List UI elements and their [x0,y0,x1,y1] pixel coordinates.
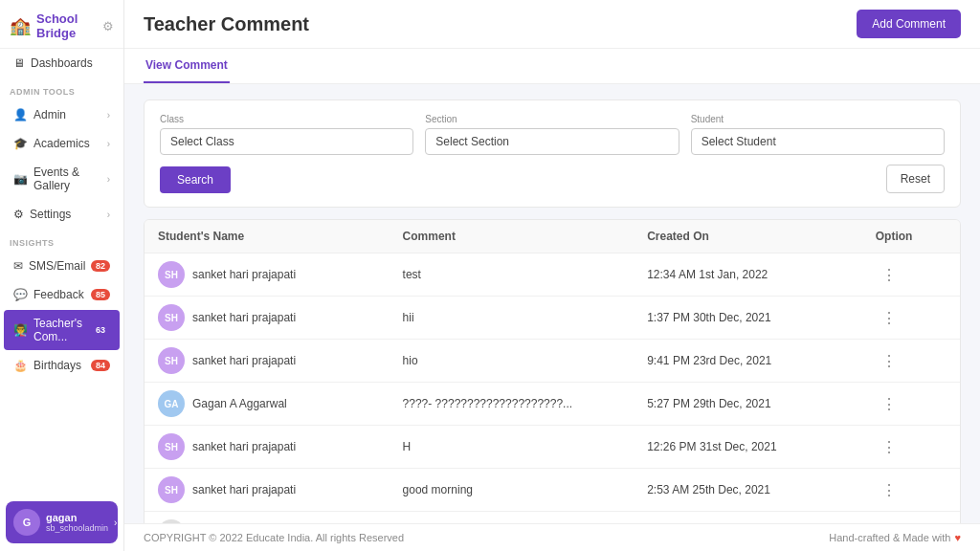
col-comment: Comment [390,220,635,253]
logo-icon: 🏫 [10,15,31,36]
class-label: Class [160,114,413,124]
cell-student-name: GA Gagan A Aggarwal [145,383,390,426]
sidebar-item-label: Academics [33,137,90,150]
sidebar: 🏫 School Bridge ⚙ 🖥 Dashboards ADMIN TOO… [0,0,124,551]
tab-view-comment[interactable]: View Comment [144,49,230,83]
events-icon: 📷 [13,172,28,186]
student-avatar: SH [158,304,185,331]
table-row: SH sanket hari prajapati test 12:34 AM 1… [145,253,960,297]
handcrafted-text: Hand-crafted & Made with [829,532,950,543]
student-select[interactable]: Select Student [691,128,945,155]
row-options-button[interactable]: ⋮ [876,307,902,329]
sidebar-item-dashboards[interactable]: 🖥 Dashboards [4,50,120,77]
cell-comment: test [390,253,635,297]
row-options-button[interactable]: ⋮ [876,479,902,501]
section-select[interactable]: Select Section [425,128,679,155]
admin-section-label: ADMIN TOOLS [0,77,123,100]
sidebar-item-academics[interactable]: 🎓 Academics › [4,130,120,157]
settings-nav-icon: ⚙ [13,208,24,221]
admin-icon: 👤 [13,108,28,121]
cell-option: ⋮ [862,253,960,297]
academics-icon: 🎓 [13,137,28,150]
sidebar-item-sms[interactable]: ✉ SMS/Email 82 [4,253,120,279]
row-options-button[interactable]: ⋮ [876,264,902,286]
chevron-right-icon: › [107,209,110,220]
user-name: gagan [46,512,108,523]
col-student-name: Student's Name [145,220,390,253]
sidebar-item-settings[interactable]: ⚙ Settings › [4,201,120,228]
sidebar-item-label: Birthdays [33,359,81,372]
cell-created-on: 1:37 PM 30th Dec, 2021 [634,297,862,340]
comments-table-card: Student's Name Comment Created On Option… [144,219,961,523]
cell-comment: hio [390,340,635,383]
cell-created-on: 12:04 PM 8th Jul, 2021 [634,512,862,524]
cell-comment: H [390,426,635,469]
sidebar-item-birthdays[interactable]: 🎂 Birthdays 84 [4,352,120,379]
student-avatar: SH [158,347,185,374]
user-role: sb_schooladmin [46,523,108,533]
class-select[interactable]: Select Class [160,128,413,155]
sms-badge: 82 [91,260,110,272]
table-row: SH sanket hari prajapati good morning 2:… [145,469,960,512]
filter-card: Class Select Class Section Select Sectio… [144,99,961,208]
add-comment-button[interactable]: Add Comment [857,10,961,38]
sidebar-item-label: Teacher's Com... [33,317,91,343]
feedback-icon: 💬 [13,288,28,301]
cell-option: ⋮ [862,340,960,383]
cell-student-name: SH sanket hari prajapati [145,426,390,469]
col-created-on: Created On [634,220,862,253]
page-title: Teacher Comment [144,13,309,35]
filter-actions: Search Reset [160,165,945,193]
birthdays-badge: 84 [91,360,110,371]
settings-icon[interactable]: ⚙ [102,19,114,33]
cell-student-name: SH sanket hari prajapati [145,469,390,512]
table-row: GA Gagan A Aggarwal ????- ??????????????… [145,383,960,426]
cell-student-name: SH sanket hari prajapati [145,253,390,297]
page-footer: COPYRIGHT © 2022 Educate India. All righ… [124,523,980,551]
table-row: NN nilesh n prajapati Hi 12:04 PM 8th Ju… [145,512,960,524]
row-options-button[interactable]: ⋮ [876,393,902,415]
sidebar-logo: 🏫 School Bridge ⚙ [0,0,123,49]
search-button[interactable]: Search [160,166,231,193]
sidebar-item-events[interactable]: 📷 Events & Gallery › [4,159,120,199]
user-avatar-block[interactable]: G gagan sb_schooladmin › [6,501,118,543]
sidebar-item-feedback[interactable]: 💬 Feedback 85 [4,281,120,308]
cell-created-on: 9:41 PM 23rd Dec, 2021 [634,340,862,383]
chevron-right-icon: › [107,110,110,121]
section-label: Section [425,114,679,124]
teachers-badge: 63 [91,324,110,336]
col-option: Option [862,220,960,253]
table-row: SH sanket hari prajapati hii 1:37 PM 30t… [145,297,960,340]
copyright-text: COPYRIGHT © 2022 Educate India. All righ… [144,532,404,543]
dashboard-icon: 🖥 [13,56,25,70]
heart-icon: ♥ [954,532,961,543]
cell-option: ⋮ [862,426,960,469]
student-avatar: GA [158,390,185,417]
sidebar-item-label: Events & Gallery [33,165,107,192]
avatar-chevron-icon: › [114,518,117,528]
student-label: Student [691,114,945,124]
cell-comment: hii [390,297,635,340]
cell-option: ⋮ [862,469,960,512]
sidebar-item-teachers-com[interactable]: 👨‍🏫 Teacher's Com... 63 [4,310,120,350]
row-options-button[interactable]: ⋮ [876,350,902,372]
comments-table: Student's Name Comment Created On Option… [145,220,960,523]
teachers-icon: 👨‍🏫 [13,323,28,337]
cell-comment: ????- ????????????????????... [390,383,635,426]
sidebar-item-admin[interactable]: 👤 Admin › [4,101,120,128]
filter-row: Class Select Class Section Select Sectio… [160,114,945,155]
reset-button[interactable]: Reset [886,165,945,193]
page-header: Teacher Comment Add Comment [124,0,980,49]
row-options-button[interactable]: ⋮ [876,436,902,458]
sidebar-item-label: Dashboards [31,56,93,70]
sidebar-item-label: Settings [30,208,71,221]
cell-option: ⋮ [862,383,960,426]
birthdays-icon: 🎂 [13,359,28,372]
student-avatar: SH [158,433,185,460]
tabs-bar: View Comment [124,49,980,84]
cell-student-name: NN nilesh n prajapati [145,512,390,524]
class-filter-group: Class Select Class [160,114,413,155]
chevron-right-icon: › [107,174,110,185]
sms-icon: ✉ [13,259,23,273]
cell-comment: good morning [390,469,635,512]
